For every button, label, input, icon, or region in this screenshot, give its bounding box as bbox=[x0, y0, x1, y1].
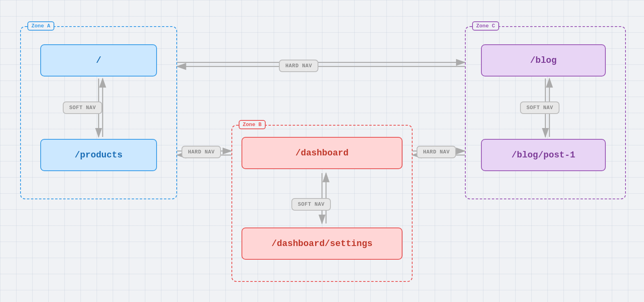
diagram-container: Zone A Zone B Zone C / /products /dashbo… bbox=[0, 0, 644, 302]
hard-nav-badge-left: HARD NAV bbox=[182, 146, 221, 158]
zone-a-label: Zone A bbox=[27, 21, 54, 31]
soft-nav-badge-zone-a: SOFT NAV bbox=[63, 101, 102, 114]
node-products: /products bbox=[40, 139, 157, 171]
hard-nav-badge-right: HARD NAV bbox=[417, 146, 456, 158]
node-blog-post1: /blog/post-1 bbox=[481, 139, 606, 171]
node-blog: /blog bbox=[481, 44, 606, 77]
soft-nav-badge-zone-b: SOFT NAV bbox=[291, 198, 331, 211]
node-dashboard-settings: /dashboard/settings bbox=[242, 228, 402, 260]
node-dashboard: /dashboard bbox=[242, 137, 402, 169]
soft-nav-badge-zone-c: SOFT NAV bbox=[520, 101, 559, 114]
hard-nav-badge-top: HARD NAV bbox=[279, 60, 318, 72]
zone-b-label: Zone B bbox=[239, 120, 266, 129]
node-root: / bbox=[40, 44, 157, 77]
zone-c-label: Zone C bbox=[472, 21, 499, 31]
